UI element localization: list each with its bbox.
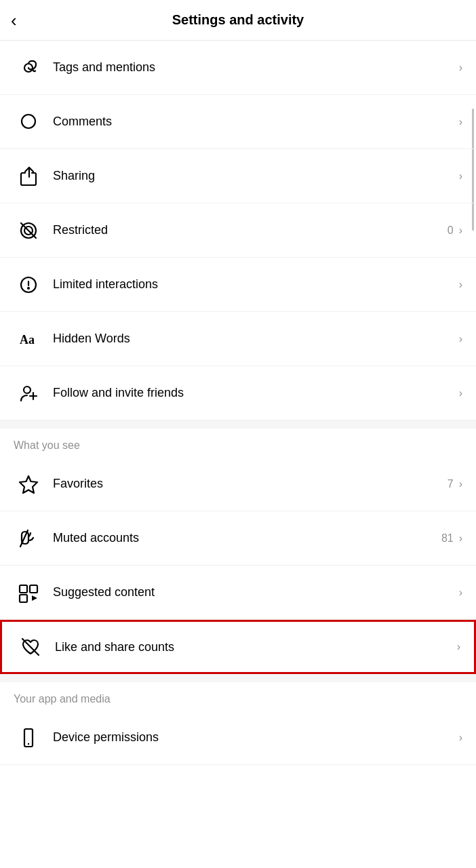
settings-item-follow-invite[interactable]: Follow and invite friends › — [0, 366, 476, 420]
device-permissions-label: Device permissions — [53, 730, 459, 745]
favorites-badge: 7 — [448, 478, 454, 490]
section-divider-2 — [0, 674, 476, 682]
sharing-chevron: › — [459, 170, 462, 182]
muted-accounts-label: Muted accounts — [53, 531, 441, 545]
like-share-counts-chevron: › — [457, 641, 460, 653]
svg-point-20 — [28, 743, 29, 744]
settings-item-suggested-content[interactable]: Suggested content › — [0, 566, 476, 620]
section-divider-1 — [0, 420, 476, 429]
muted-accounts-chevron: › — [459, 532, 462, 545]
at-icon — [14, 53, 43, 83]
limited-icon — [14, 270, 43, 300]
svg-rect-14 — [20, 585, 27, 593]
restricted-chevron: › — [459, 224, 462, 237]
limited-interactions-label: Limited interactions — [53, 277, 459, 292]
suggested-content-chevron: › — [459, 587, 462, 599]
device-permissions-chevron: › — [459, 732, 462, 744]
follow-invite-label: Follow and invite friends — [53, 386, 459, 400]
star-icon — [14, 469, 43, 499]
tags-mentions-label: Tags and mentions — [53, 60, 459, 75]
tags-mentions-chevron: › — [459, 62, 462, 74]
comments-chevron: › — [459, 116, 462, 128]
like-icon — [16, 632, 45, 662]
restricted-badge: 0 — [448, 224, 454, 237]
restricted-label: Restricted — [53, 223, 448, 237]
comments-label: Comments — [53, 115, 459, 129]
back-button[interactable]: ‹ — [11, 9, 22, 32]
follow-icon — [14, 378, 43, 408]
suggested-icon — [14, 578, 43, 608]
settings-item-limited-interactions[interactable]: Limited interactions › — [0, 258, 476, 312]
settings-item-sharing[interactable]: Sharing › — [0, 149, 476, 203]
svg-point-1 — [22, 115, 35, 128]
follow-invite-chevron: › — [459, 387, 462, 399]
svg-marker-17 — [32, 595, 37, 601]
page-title: Settings and activity — [172, 12, 304, 28]
section-3: Device permissions › — [0, 711, 476, 765]
hidden-words-label: Hidden Words — [53, 332, 459, 346]
section-1: Tags and mentions › Comments › Sharing › — [0, 41, 476, 420]
hidden-words-chevron: › — [459, 333, 462, 345]
svg-marker-12 — [20, 476, 37, 493]
settings-item-favorites[interactable]: Favorites 7 › — [0, 457, 476, 511]
svg-text:Aa: Aa — [20, 333, 35, 347]
muted-accounts-badge: 81 — [441, 532, 454, 545]
svg-point-7 — [28, 288, 29, 289]
settings-item-device-permissions[interactable]: Device permissions › — [0, 711, 476, 765]
header: ‹ Settings and activity — [0, 0, 476, 41]
muted-icon — [14, 524, 43, 553]
like-share-counts-label: Like and share counts — [55, 640, 457, 654]
hidden-words-icon: Aa — [14, 324, 43, 354]
section-2: Favorites 7 › Muted accounts 81 › Su — [0, 457, 476, 674]
section-label-app-media: Your app and media — [0, 682, 476, 711]
svg-rect-15 — [30, 585, 37, 593]
settings-item-tags-mentions[interactable]: Tags and mentions › — [0, 41, 476, 95]
favorites-label: Favorites — [53, 477, 448, 491]
svg-point-9 — [24, 387, 31, 393]
settings-item-hidden-words[interactable]: Aa Hidden Words › — [0, 312, 476, 366]
settings-item-like-share-counts[interactable]: Like and share counts › — [0, 620, 476, 674]
svg-rect-16 — [20, 595, 27, 602]
section-label-what-you-see: What you see — [0, 429, 476, 457]
suggested-content-label: Suggested content — [53, 585, 459, 599]
settings-item-restricted[interactable]: Restricted 0 › — [0, 203, 476, 258]
settings-item-muted-accounts[interactable]: Muted accounts 81 › — [0, 511, 476, 566]
restricted-icon — [14, 216, 43, 245]
settings-item-comments[interactable]: Comments › — [0, 95, 476, 149]
share-icon — [14, 161, 43, 191]
favorites-chevron: › — [459, 478, 462, 490]
device-icon — [14, 723, 43, 753]
comment-icon — [14, 107, 43, 137]
sharing-label: Sharing — [53, 169, 459, 183]
limited-interactions-chevron: › — [459, 279, 462, 291]
